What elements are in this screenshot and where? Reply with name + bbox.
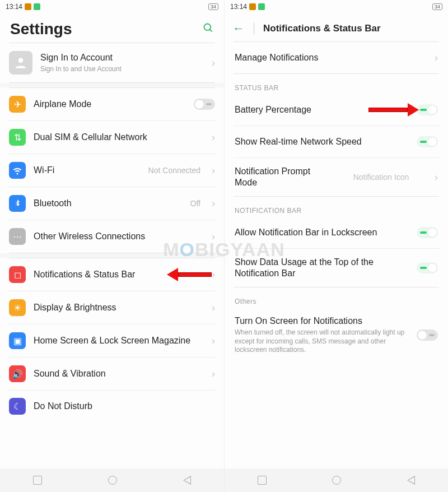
row-label: Bluetooth bbox=[34, 198, 183, 209]
network-speed-row[interactable]: Show Real-time Network Speed bbox=[225, 126, 448, 157]
status-app-icon bbox=[258, 3, 265, 10]
notifications-icon: ◻ bbox=[9, 266, 26, 283]
sign-in-sub: Sign In to and Use Account bbox=[40, 65, 204, 74]
section-status-bar: STATUS BAR bbox=[225, 74, 448, 94]
do-not-disturb-row[interactable]: ☾ Do Not Disturb bbox=[0, 391, 224, 422]
row-label: Sound & Vibration bbox=[34, 368, 204, 379]
wifi-icon bbox=[9, 162, 26, 179]
chevron-right-icon: › bbox=[212, 231, 215, 243]
data-usage-row[interactable]: Show Data Usage at the Top of the Notifi… bbox=[225, 249, 448, 287]
chevron-right-icon: › bbox=[212, 368, 215, 380]
chevron-right-icon: › bbox=[212, 132, 215, 143]
row-value: Off bbox=[190, 199, 200, 208]
chevron-right-icon: › bbox=[212, 198, 215, 210]
row-label: Dual SIM & Cellular Network bbox=[34, 132, 204, 143]
nav-home[interactable] bbox=[332, 476, 341, 485]
clock-text: 13:14 bbox=[6, 3, 22, 11]
chevron-right-icon: › bbox=[212, 57, 215, 69]
avatar-icon bbox=[9, 51, 32, 75]
page-title: Settings bbox=[10, 20, 72, 38]
row-label: Other Wireless Connections bbox=[34, 231, 204, 242]
brightness-icon: ☀ bbox=[9, 299, 26, 316]
row-label: Wi-Fi bbox=[34, 165, 141, 176]
battery-percentage: 34 bbox=[208, 3, 218, 10]
page-title: Notifications & Status Bar bbox=[263, 23, 381, 34]
nav-bar bbox=[0, 468, 224, 492]
lockscreen-bar-toggle[interactable] bbox=[417, 227, 438, 238]
search-icon[interactable] bbox=[203, 22, 214, 36]
other-wireless-row[interactable]: ⋯ Other Wireless Connections › bbox=[0, 220, 224, 253]
right-screen: 13:14 34 ← Notifications & Status Bar Ma… bbox=[224, 0, 448, 492]
battery-percentage-row[interactable]: Battery Percentage bbox=[225, 94, 448, 126]
section-notification-bar: NOTIFICATION BAR bbox=[225, 197, 448, 217]
airplane-toggle[interactable] bbox=[194, 99, 215, 110]
row-label: Notifications & Status Bar bbox=[34, 269, 204, 280]
chevron-right-icon: › bbox=[212, 165, 215, 177]
dnd-icon: ☾ bbox=[9, 398, 26, 415]
row-value: Not Connected bbox=[148, 166, 200, 175]
section-others: Others bbox=[225, 287, 448, 308]
battery-percentage: 34 bbox=[432, 3, 442, 10]
nav-recents[interactable] bbox=[33, 476, 42, 485]
sound-vibration-row[interactable]: 🔊 Sound & Vibration › bbox=[0, 358, 224, 390]
left-screen: 13:14 34 Settings Sign In to Account Sig… bbox=[0, 0, 224, 492]
page-header: Settings bbox=[0, 13, 224, 43]
row-label: Display & Brightness bbox=[34, 302, 204, 313]
svg-line-1 bbox=[210, 29, 212, 31]
nav-back[interactable] bbox=[407, 476, 415, 485]
row-label: Notification Prompt Mode bbox=[235, 166, 330, 188]
wifi-row[interactable]: Wi-Fi Not Connected › bbox=[0, 154, 224, 187]
row-label: Turn On Screen for Notifications bbox=[235, 315, 410, 327]
row-label: Manage Notifications bbox=[235, 52, 428, 63]
chevron-right-icon: › bbox=[435, 52, 438, 64]
network-speed-toggle[interactable] bbox=[417, 136, 438, 147]
row-label: Allow Notification Bar in Lockscreen bbox=[235, 227, 410, 238]
sim-icon: ⇅ bbox=[9, 129, 26, 146]
bluetooth-row[interactable]: Bluetooth Off › bbox=[0, 187, 224, 220]
row-label: Show Data Usage at the Top of the Notifi… bbox=[235, 257, 410, 279]
status-app-icon bbox=[34, 3, 40, 10]
sound-icon: 🔊 bbox=[9, 365, 26, 382]
home-lock-screen-row[interactable]: ▣ Home Screen & Lock Screen Magazine › bbox=[0, 324, 224, 357]
data-usage-toggle[interactable] bbox=[417, 262, 438, 273]
more-icon: ⋯ bbox=[9, 228, 26, 245]
battery-percentage-toggle[interactable] bbox=[417, 104, 438, 115]
nav-home[interactable] bbox=[108, 476, 117, 485]
display-brightness-row[interactable]: ☀ Display & Brightness › bbox=[0, 291, 224, 324]
chevron-right-icon: › bbox=[212, 302, 215, 314]
back-icon[interactable]: ← bbox=[232, 21, 245, 36]
sign-in-row[interactable]: Sign In to Account Sign In to and Use Ac… bbox=[0, 43, 224, 82]
row-label: Home Screen & Lock Screen Magazine bbox=[34, 335, 204, 346]
svg-point-2 bbox=[18, 58, 24, 63]
turn-on-screen-row[interactable]: Turn On Screen for Notifications When tu… bbox=[225, 308, 448, 363]
notifications-status-bar-row[interactable]: ◻ Notifications & Status Bar › bbox=[0, 258, 224, 291]
row-label: Battery Percentage bbox=[235, 104, 410, 115]
nav-recents[interactable] bbox=[258, 476, 267, 485]
turn-on-screen-toggle[interactable] bbox=[417, 329, 438, 341]
dual-sim-row[interactable]: ⇅ Dual SIM & Cellular Network › bbox=[0, 121, 224, 154]
lockscreen-bar-row[interactable]: Allow Notification Bar in Lockscreen bbox=[225, 217, 448, 248]
prompt-mode-row[interactable]: Notification Prompt Mode Notification Ic… bbox=[225, 158, 448, 196]
airplane-mode-row[interactable]: ✈ Airplane Mode bbox=[0, 88, 224, 120]
row-label: Show Real-time Network Speed bbox=[235, 136, 410, 147]
row-sub: When turned off, the screen will not aut… bbox=[235, 328, 410, 355]
chevron-right-icon: › bbox=[212, 335, 215, 347]
airplane-icon: ✈ bbox=[9, 96, 26, 113]
manage-notifications-row[interactable]: Manage Notifications › bbox=[225, 42, 448, 73]
page-header: ← Notifications & Status Bar bbox=[225, 13, 448, 41]
home-screen-icon: ▣ bbox=[9, 332, 26, 349]
chevron-right-icon: › bbox=[212, 269, 215, 281]
row-value: Notification Icon bbox=[353, 173, 409, 182]
nav-bar bbox=[225, 468, 448, 492]
sign-in-title: Sign In to Account bbox=[40, 52, 204, 63]
bluetooth-icon bbox=[9, 195, 26, 212]
status-app-icon bbox=[25, 3, 31, 10]
svg-point-0 bbox=[204, 24, 211, 30]
row-label: Airplane Mode bbox=[34, 99, 186, 110]
status-bar: 13:14 34 bbox=[225, 0, 448, 13]
clock-text: 13:14 bbox=[230, 3, 247, 11]
status-app-icon bbox=[249, 3, 256, 10]
divider bbox=[254, 22, 254, 35]
nav-back[interactable] bbox=[183, 476, 191, 485]
status-bar: 13:14 34 bbox=[0, 0, 224, 13]
